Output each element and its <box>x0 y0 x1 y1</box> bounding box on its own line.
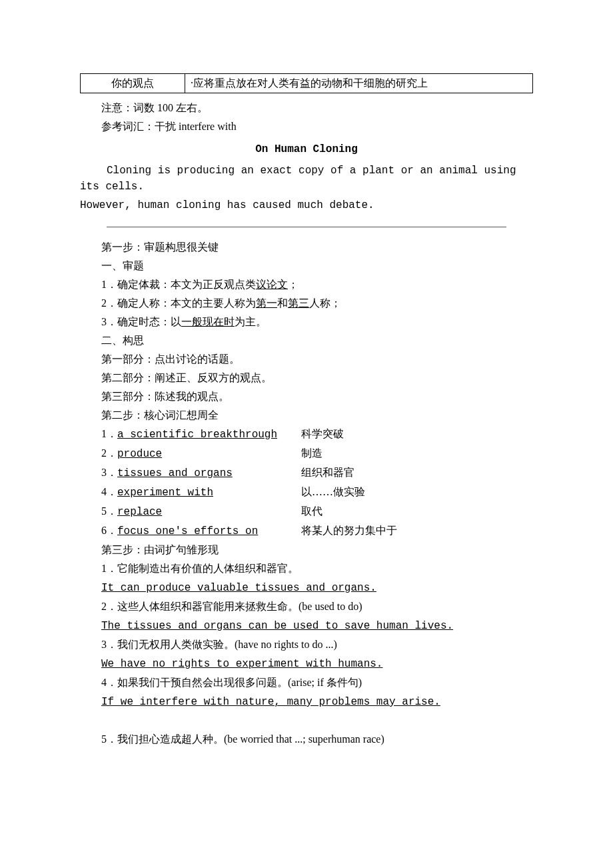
vocab-zh: 制造 <box>280 445 533 462</box>
sentence-en: It can produce valuable tissues and orga… <box>80 579 533 596</box>
opinion-label-cell: 你的观点 <box>81 74 185 93</box>
vocab-row: 2．produce 制造 <box>80 445 533 462</box>
vocab-en-text: produce <box>117 448 162 460</box>
step1-part-3: 第三部分：陈述我的观点。 <box>80 389 533 405</box>
vocab-en: 6．focus one's efforts on <box>80 523 280 539</box>
divider-line <box>107 227 506 227</box>
text: 2．确定人称：本文的主要人称为 <box>101 297 256 309</box>
underline-text: We have no rights to experiment with hum… <box>101 658 382 670</box>
vocab-num: 1． <box>101 428 117 439</box>
sentence-cn: 1．它能制造出有价值的人体组织和器官。 <box>80 561 533 577</box>
step1-item-1: 1．确定体裁：本文为正反观点类议论文； <box>80 277 533 293</box>
vocab-row: 1．a scientific breakthrough 科学突破 <box>80 426 533 443</box>
vocab-num: 2． <box>101 447 117 459</box>
sentence-cn: 2．这些人体组织和器官能用来拯救生命。(be used to do) <box>80 599 533 615</box>
essay-title: On Human Cloning <box>80 141 533 157</box>
step1-item-2: 2．确定人称：本文的主要人称为第一和第三人称； <box>80 295 533 311</box>
underline-text: It can produce valuable tissues and orga… <box>101 582 376 594</box>
opinion-table: 你的观点 ·应将重点放在对人类有益的动物和干细胞的研究上 <box>80 73 533 93</box>
vocab-row: 4．experiment with 以……做实验 <box>80 484 533 501</box>
vocab-num: 5． <box>101 505 117 517</box>
vocab-num: 4． <box>101 486 117 497</box>
underline-text: 第三 <box>288 297 309 309</box>
vocab-en-text: experiment with <box>117 487 213 499</box>
sentence-cn: 4．如果我们干预自然会出现很多问题。(arise; if 条件句) <box>80 675 533 691</box>
vocab-en: 3．tissues and organs <box>80 465 280 481</box>
text: 和 <box>277 297 288 309</box>
step2-heading: 第二步：核心词汇想周全 <box>80 407 533 423</box>
step1-sub-a: 一、审题 <box>80 258 533 274</box>
vocab-zh: 组织和器官 <box>280 465 533 481</box>
vocab-en: 4．experiment with <box>80 484 280 501</box>
document-page: 你的观点 ·应将重点放在对人类有益的动物和干细胞的研究上 注意：词数 100 左… <box>0 0 613 868</box>
ref-vocab-note: 参考词汇：干扰 interfere with <box>80 119 533 135</box>
vocab-num: 6． <box>101 525 117 536</box>
opinion-value-cell: ·应将重点放在对人类有益的动物和干细胞的研究上 <box>185 74 533 93</box>
step1-item-3: 3．确定时态：以一般现在时为主。 <box>80 314 533 330</box>
text: 3．确定时态：以 <box>101 316 181 327</box>
vocab-num: 3． <box>101 467 117 478</box>
vocab-en-text: tissues and organs <box>117 467 233 479</box>
vocab-en: 2．produce <box>80 445 280 462</box>
underline-text: 一般现在时 <box>181 316 235 327</box>
sentence-cn: 3．我们无权用人类做实验。(have no rights to do ...) <box>80 637 533 653</box>
vocab-row: 6．focus one's efforts on 将某人的努力集中于 <box>80 523 533 539</box>
vocab-en: 1．a scientific breakthrough <box>80 426 280 443</box>
essay-line-1: Cloning is producing an exact copy of a … <box>80 163 533 195</box>
step1-part-2: 第二部分：阐述正、反双方的观点。 <box>80 370 533 386</box>
essay-line-2: However, human cloning has caused much d… <box>80 197 533 213</box>
underline-text: 议论文 <box>256 279 288 290</box>
underline-text: If we interfere with nature, many proble… <box>101 696 440 708</box>
vocab-zh: 以……做实验 <box>280 484 533 501</box>
text: 为主。 <box>235 316 267 327</box>
step3-heading: 第三步：由词扩句雏形现 <box>80 542 533 558</box>
text: 1．确定体裁：本文为正反观点类 <box>101 279 256 290</box>
underline-text: The tissues and organs can be used to sa… <box>101 620 453 632</box>
step1-part-1: 第一部分：点出讨论的话题。 <box>80 351 533 367</box>
vocab-zh: 取代 <box>280 503 533 520</box>
spacer <box>80 713 533 729</box>
vocab-en: 5．replace <box>80 503 280 520</box>
text: 人称； <box>309 297 341 309</box>
table-row: 你的观点 ·应将重点放在对人类有益的动物和干细胞的研究上 <box>81 74 533 93</box>
vocab-row: 5．replace 取代 <box>80 503 533 520</box>
step1-sub-b: 二、构思 <box>80 333 533 349</box>
underline-text: 第一 <box>256 297 277 309</box>
step1-heading: 第一步：审题构思很关键 <box>80 239 533 255</box>
vocab-en-text: replace <box>117 506 162 518</box>
vocab-row: 3．tissues and organs 组织和器官 <box>80 465 533 481</box>
word-count-note: 注意：词数 100 左右。 <box>80 100 533 116</box>
vocab-en-text: focus one's efforts on <box>117 525 258 537</box>
sentence-en: The tissues and organs can be used to sa… <box>80 617 533 634</box>
vocab-zh: 科学突破 <box>280 426 533 443</box>
text: ； <box>288 279 299 290</box>
sentence-en: We have no rights to experiment with hum… <box>80 655 533 672</box>
sentence-en: If we interfere with nature, many proble… <box>80 693 533 710</box>
vocab-zh: 将某人的努力集中于 <box>280 523 533 539</box>
sentence-cn-last: 5．我们担心造成超人种。(be worried that ...; superh… <box>80 731 533 747</box>
vocab-en-text: a scientific breakthrough <box>117 429 277 441</box>
